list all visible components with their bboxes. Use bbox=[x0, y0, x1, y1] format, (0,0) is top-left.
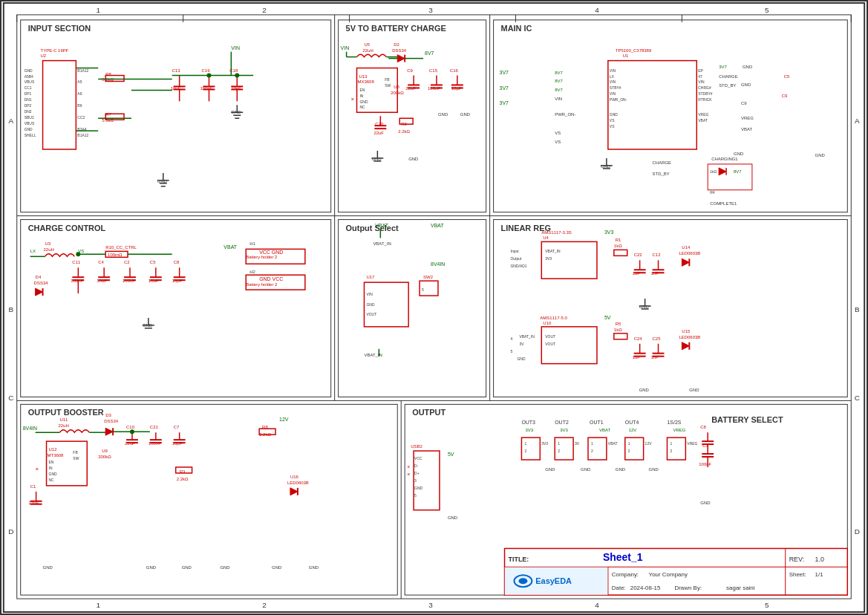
svg-text:12V: 12V bbox=[279, 417, 289, 422]
svg-text:1: 1 bbox=[628, 442, 630, 446]
svg-text:3: 3 bbox=[428, 6, 433, 14]
svg-text:3V3: 3V3 bbox=[560, 428, 568, 432]
svg-text:DSS34: DSS34 bbox=[34, 281, 49, 285]
svg-text:USB2: USB2 bbox=[411, 444, 422, 449]
svg-text:GND: GND bbox=[43, 565, 53, 570]
svg-text:5: 5 bbox=[765, 601, 769, 609]
svg-text:1kΩ: 1kΩ bbox=[614, 244, 622, 248]
svg-text:C1: C1 bbox=[30, 484, 36, 489]
svg-text:VBAT: VBAT bbox=[741, 127, 753, 131]
svg-text:A: A bbox=[855, 117, 860, 125]
svg-text:VS: VS bbox=[555, 140, 561, 144]
svg-text:OUT3: OUT3 bbox=[521, 420, 535, 425]
svg-text:×: × bbox=[351, 96, 355, 102]
svg-text:U2: U2 bbox=[41, 53, 47, 58]
svg-text:GND: GND bbox=[601, 164, 611, 169]
svg-text:DP2: DP2 bbox=[25, 104, 32, 108]
svg-text:VREG: VREG bbox=[698, 113, 708, 117]
svg-text:SHELL: SHELL bbox=[25, 134, 36, 137]
svg-point-463 bbox=[518, 578, 527, 584]
output-booster-label: OUTPUT BOOSTER bbox=[28, 408, 104, 417]
svg-text:VBAT: VBAT bbox=[223, 244, 237, 250]
svg-text:GND: GND bbox=[545, 467, 555, 472]
svg-text:3V: 3V bbox=[575, 442, 580, 446]
svg-text:U5: U5 bbox=[364, 42, 370, 47]
svg-text:GND: GND bbox=[371, 157, 382, 161]
svg-text:1: 1 bbox=[96, 6, 100, 14]
svg-text:GND: GND bbox=[49, 472, 57, 476]
svg-text:TYPE-C 16PF: TYPE-C 16PF bbox=[41, 48, 69, 53]
output-select-label: Output Select bbox=[346, 224, 399, 232]
svg-text:A5: A5 bbox=[77, 80, 82, 84]
svg-text:CC2: CC2 bbox=[77, 116, 85, 120]
svg-text:GND: GND bbox=[815, 153, 826, 157]
svg-text:2: 2 bbox=[628, 449, 630, 453]
svg-text:VIN: VIN bbox=[610, 92, 616, 96]
svg-text:Battery holder 2: Battery holder 2 bbox=[246, 282, 278, 287]
svg-text:2: 2 bbox=[670, 449, 672, 453]
svg-text:VREG: VREG bbox=[687, 442, 697, 446]
svg-text:C11: C11 bbox=[72, 260, 81, 264]
svg-text:U14: U14 bbox=[682, 245, 691, 250]
svg-text:3V7: 3V7 bbox=[500, 100, 509, 105]
svg-text:1: 1 bbox=[670, 442, 672, 446]
svg-text:U13: U13 bbox=[359, 74, 368, 79]
svg-text:GND: GND bbox=[700, 501, 711, 505]
svg-text:VCC GND: VCC GND bbox=[259, 250, 283, 255]
svg-text:2.2kΩ: 2.2kΩ bbox=[398, 129, 410, 134]
svg-text:3V7: 3V7 bbox=[719, 65, 727, 69]
svg-text:GND: GND bbox=[182, 565, 192, 570]
svg-text:C25: C25 bbox=[653, 336, 662, 341]
svg-text:FB: FB bbox=[73, 451, 78, 455]
svg-text:GND: GND bbox=[743, 65, 753, 69]
svg-text:GND: GND bbox=[359, 100, 368, 104]
svg-text:VBAT_IN: VBAT_IN bbox=[519, 335, 535, 339]
svg-text:H1: H1 bbox=[249, 241, 255, 246]
svg-text:3V3: 3V3 bbox=[545, 257, 552, 261]
svg-text:B: B bbox=[8, 305, 13, 313]
svg-text:U8: U8 bbox=[394, 85, 399, 89]
battery-select-label: BATTERY SELECT bbox=[711, 415, 783, 424]
svg-text:A: A bbox=[8, 117, 13, 125]
svg-text:100mΩ: 100mΩ bbox=[108, 253, 123, 257]
svg-text:C5: C5 bbox=[150, 260, 156, 264]
svg-text:C5: C5 bbox=[784, 74, 790, 79]
svg-text:22uH: 22uH bbox=[362, 48, 373, 53]
svg-text:GND: GND bbox=[616, 467, 626, 472]
svg-text:C8: C8 bbox=[174, 260, 180, 264]
svg-text:U1: U1 bbox=[623, 53, 629, 58]
svg-text:GND: GND bbox=[741, 82, 751, 87]
sheet-title: Sheet_1 bbox=[603, 551, 643, 563]
svg-text:D4: D4 bbox=[36, 275, 42, 279]
svg-text:4: 4 bbox=[511, 337, 513, 341]
svg-text:GND: GND bbox=[220, 565, 230, 570]
svg-text:DN2: DN2 bbox=[25, 110, 32, 114]
svg-point-468 bbox=[235, 74, 239, 78]
svg-text:U12: U12 bbox=[49, 447, 58, 452]
svg-text:DSS34: DSS34 bbox=[104, 419, 119, 423]
date-label: Date: bbox=[612, 585, 626, 591]
svg-text:TP5100_C378389: TP5100_C378389 bbox=[616, 48, 652, 53]
svg-text:VBAT: VBAT bbox=[698, 119, 708, 123]
svg-text:C9: C9 bbox=[741, 101, 747, 105]
svg-text:VIN: VIN bbox=[698, 80, 705, 84]
svg-text:R4: R4 bbox=[710, 191, 715, 195]
svg-text:GND: GND bbox=[25, 128, 33, 131]
svg-rect-0 bbox=[2, 1, 866, 614]
svg-text:NC: NC bbox=[49, 478, 55, 482]
svg-text:OUT4: OUT4 bbox=[625, 420, 639, 425]
svg-text:DN1: DN1 bbox=[25, 98, 32, 102]
svg-text:2.2kΩ: 2.2kΩ bbox=[177, 477, 189, 481]
sheet-value: 1/1 bbox=[815, 571, 824, 578]
svg-text:3: 3 bbox=[414, 479, 417, 483]
svg-text:B: B bbox=[855, 305, 860, 313]
svg-text:VBAT_IN: VBAT_IN bbox=[364, 353, 382, 357]
svg-text:×: × bbox=[407, 472, 410, 477]
svg-text:VBAT_IN: VBAT_IN bbox=[373, 241, 391, 246]
svg-text:SW: SW bbox=[73, 457, 79, 461]
svg-text:VBAT: VBAT bbox=[599, 428, 611, 432]
svg-text:C13: C13 bbox=[172, 68, 181, 73]
svg-text:H2: H2 bbox=[249, 270, 255, 274]
svg-text:D3: D3 bbox=[105, 413, 111, 417]
svg-text:12V: 12V bbox=[629, 428, 637, 432]
